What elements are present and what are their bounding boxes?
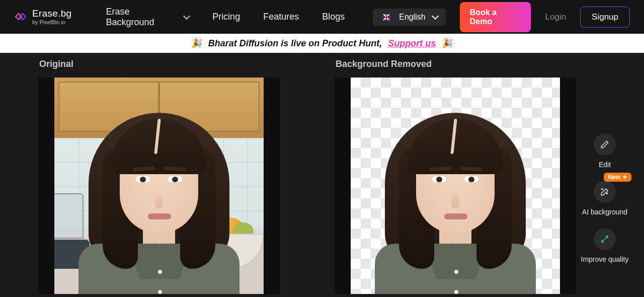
improve-quality-label: Improve quality (581, 255, 629, 263)
magic-wand-icon (594, 181, 616, 203)
removed-title: Background Removed (336, 59, 606, 69)
improve-quality-tool[interactable]: Improve quality (581, 228, 629, 263)
edit-label: Edit (599, 161, 611, 169)
language-selector[interactable]: English (373, 9, 445, 26)
ai-background-label: AI background (582, 208, 627, 216)
comparison-area: Original (0, 53, 644, 294)
nav-label: Erase Background (106, 7, 179, 28)
removed-image (351, 78, 560, 294)
main-nav: Erase Background Pricing Features Blogs (106, 7, 345, 28)
uk-flag-icon (381, 14, 392, 21)
edit-tool[interactable]: Edit (594, 133, 616, 169)
book-demo-button[interactable]: Book a Demo (460, 2, 531, 32)
party-popper-icon: 🎉 (191, 38, 202, 49)
expand-icon (594, 228, 616, 250)
brand-name: Erase.bg (32, 9, 71, 19)
promo-banner: 🎉 Bharat Diffusion is live on Product Hu… (0, 34, 644, 53)
nav-pricing[interactable]: Pricing (212, 12, 240, 22)
login-link[interactable]: Login (545, 12, 566, 22)
nav-erase-background[interactable]: Erase Background (106, 7, 189, 28)
removed-image-frame (335, 78, 576, 294)
original-image-frame (38, 78, 280, 294)
pencil-icon (594, 133, 616, 156)
brand-byline: by PixelBin.io (32, 19, 71, 25)
side-tools: Edit New✦ AI background Improve quality (575, 133, 635, 263)
language-label: English (399, 13, 425, 22)
banner-support-link[interactable]: Support us (388, 38, 436, 49)
party-popper-icon: 🎉 (442, 38, 453, 49)
signup-button[interactable]: Signup (580, 7, 630, 28)
banner-text: Bharat Diffusion is live on Product Hunt… (208, 38, 382, 49)
sparkle-icon: ✦ (622, 174, 627, 181)
logo-icon (14, 10, 27, 23)
new-badge: New✦ (604, 173, 631, 182)
original-title: Original (39, 59, 309, 69)
chevron-down-icon (432, 12, 439, 19)
removed-column: Background Removed (335, 53, 606, 294)
original-image (54, 78, 264, 294)
brand-logo[interactable]: Erase.bg by PixelBin.io (14, 9, 71, 25)
chevron-down-icon (183, 12, 190, 19)
original-column: Original (38, 53, 309, 294)
ai-background-tool[interactable]: New✦ AI background (582, 181, 627, 216)
nav-features[interactable]: Features (263, 12, 299, 22)
app-header: Erase.bg by PixelBin.io Erase Background… (0, 0, 644, 34)
nav-blogs[interactable]: Blogs (322, 12, 345, 22)
